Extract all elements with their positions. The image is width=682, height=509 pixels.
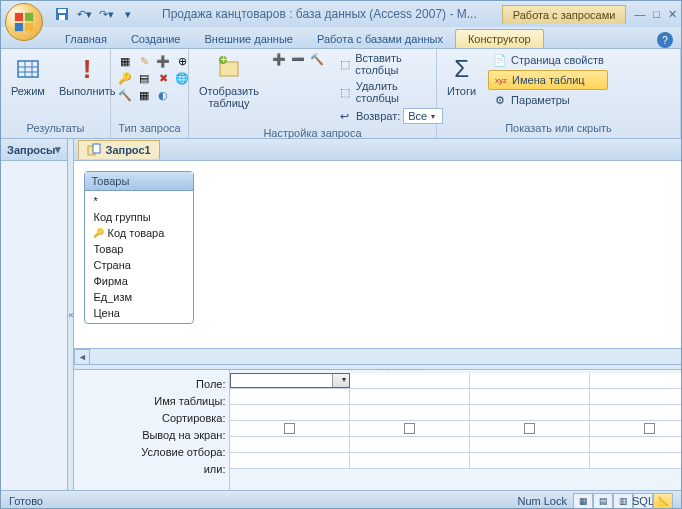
return-label: Возврат: [356, 110, 400, 122]
delete-cols-button[interactable]: ⬚Удалить столбцы [333, 79, 447, 105]
field-item[interactable]: Товар [89, 241, 189, 257]
union-icon[interactable]: ⊕ [174, 53, 190, 69]
view-pivot-button[interactable]: ▤ [593, 493, 613, 509]
tab-design[interactable]: Конструктор [455, 29, 544, 48]
view-switcher: ▦ ▤ ▥ SQL 📐 [573, 493, 673, 509]
show-cell[interactable] [470, 421, 590, 436]
checkbox[interactable] [644, 423, 655, 434]
field-item[interactable]: Цена [89, 305, 189, 321]
table-box[interactable]: Товары *Код группы🔑Код товараТоварСтрана… [84, 171, 194, 324]
office-button[interactable] [5, 3, 43, 41]
redo-icon[interactable]: ↷▾ [97, 5, 115, 23]
view-chart-button[interactable]: ▥ [613, 493, 633, 509]
document-tabs: Запрос1 ✕ [74, 139, 682, 161]
params-label: Параметры [511, 94, 570, 106]
insert-cols-button[interactable]: ⬚Вставить столбцы [333, 51, 447, 77]
sigma-icon: Σ [448, 55, 476, 83]
field-cell[interactable] [350, 373, 470, 388]
update-icon[interactable]: 🔑 [117, 70, 133, 86]
help-button[interactable]: ? [657, 32, 673, 48]
minimize-button[interactable]: — [634, 8, 645, 21]
field-item[interactable]: 🔑Код товара [89, 225, 189, 241]
property-icon: 📄 [492, 52, 508, 68]
tab-dbtools[interactable]: Работа с базами данных [305, 30, 455, 48]
or-cell[interactable] [470, 453, 590, 468]
field-cell[interactable] [230, 373, 350, 388]
show-cell[interactable] [590, 421, 682, 436]
sort-cell[interactable] [470, 405, 590, 420]
view-datasheet-button[interactable]: ▦ [573, 493, 593, 509]
qbe-label: Условие отбора: [141, 444, 225, 460]
tab-create[interactable]: Создание [119, 30, 193, 48]
qat-dropdown-icon[interactable]: ▾ [119, 5, 137, 23]
table-cell[interactable] [350, 389, 470, 404]
run-label: Выполнить [59, 85, 115, 97]
show-table-label: Отобразить таблицу [199, 85, 259, 109]
field-cell[interactable] [470, 373, 590, 388]
svg-rect-6 [59, 15, 65, 20]
ddl-icon[interactable]: ▦ [136, 87, 152, 103]
undo-icon[interactable]: ↶▾ [75, 5, 93, 23]
sort-cell[interactable] [590, 405, 682, 420]
tables-area[interactable]: Товары *Код группы🔑Код товараТоварСтрана… [74, 161, 682, 348]
crosstab-icon[interactable]: ▤ [136, 70, 152, 86]
scroll-left-icon[interactable]: ◄ [74, 349, 90, 365]
table-cell[interactable] [470, 389, 590, 404]
doc-tab-query1[interactable]: Запрос1 [78, 140, 159, 159]
show-cell[interactable] [230, 421, 350, 436]
svg-text:+: + [220, 56, 226, 65]
return-row: ↩Возврат:Все▾ [333, 107, 447, 125]
field-cell[interactable] [590, 373, 682, 388]
builder2-icon[interactable]: 🔨 [309, 51, 325, 67]
ribbon-tabs: Главная Создание Внешние данные Работа с… [1, 27, 681, 49]
save-icon[interactable] [53, 5, 71, 23]
criteria-cell[interactable] [230, 437, 350, 452]
maximize-button[interactable]: □ [653, 8, 660, 21]
show-table-button[interactable]: + Отобразить таблицу [193, 51, 265, 113]
passthrough-icon[interactable]: 🌐 [174, 70, 190, 86]
checkbox[interactable] [524, 423, 535, 434]
property-sheet-button[interactable]: 📄Страница свойств [488, 51, 608, 69]
parameters-button[interactable]: ⚙Параметры [488, 91, 608, 109]
criteria-cell[interactable] [590, 437, 682, 452]
append-icon[interactable]: ➕ [155, 53, 171, 69]
view-design-button[interactable]: 📐 [653, 493, 673, 509]
sort-cell[interactable] [230, 405, 350, 420]
field-item[interactable]: * [89, 193, 189, 209]
group-setup: + Отобразить таблицу ➕➖🔨 ⬚Вставить столб… [189, 49, 437, 138]
workspace: Запросы ▾ « Запрос1 ✕ Товары *Код группы… [1, 139, 681, 490]
select-icon[interactable]: ▦ [117, 53, 133, 69]
delete-icon[interactable]: ✖ [155, 70, 171, 86]
field-item[interactable]: Код группы [89, 209, 189, 225]
field-item[interactable]: Страна [89, 257, 189, 273]
property-label: Страница свойств [511, 54, 604, 66]
insert-row-icon[interactable]: ➕ [271, 51, 287, 67]
show-cell[interactable] [350, 421, 470, 436]
qbe-labels: Поле:Имя таблицы:Сортировка:Вывод на экр… [74, 370, 229, 490]
or-cell[interactable] [590, 453, 682, 468]
view-sql-button[interactable]: SQL [633, 493, 653, 509]
field-item[interactable]: Ед_изм [89, 289, 189, 305]
make-table-icon[interactable]: ✎ [136, 53, 152, 69]
checkbox[interactable] [284, 423, 295, 434]
checkbox[interactable] [404, 423, 415, 434]
tab-external[interactable]: Внешние данные [193, 30, 305, 48]
qt-icon[interactable]: ◐ [155, 87, 171, 103]
table-cell[interactable] [230, 389, 350, 404]
or-cell[interactable] [350, 453, 470, 468]
table-cell[interactable] [590, 389, 682, 404]
criteria-cell[interactable] [350, 437, 470, 452]
view-button[interactable]: Режим [5, 51, 51, 101]
delete-row-icon[interactable]: ➖ [290, 51, 306, 67]
totals-button[interactable]: Σ Итоги [441, 51, 482, 101]
tables-hscroll[interactable]: ◄► [74, 348, 682, 364]
nav-header[interactable]: Запросы ▾ [1, 139, 67, 161]
field-item[interactable]: Фирма [89, 273, 189, 289]
tab-home[interactable]: Главная [53, 30, 119, 48]
sort-cell[interactable] [350, 405, 470, 420]
close-button[interactable]: ✕ [668, 8, 677, 21]
table-names-button[interactable]: xyzИмена таблиц [488, 70, 608, 90]
or-cell[interactable] [230, 453, 350, 468]
criteria-cell[interactable] [470, 437, 590, 452]
builder-icon[interactable]: 🔨 [117, 87, 133, 103]
